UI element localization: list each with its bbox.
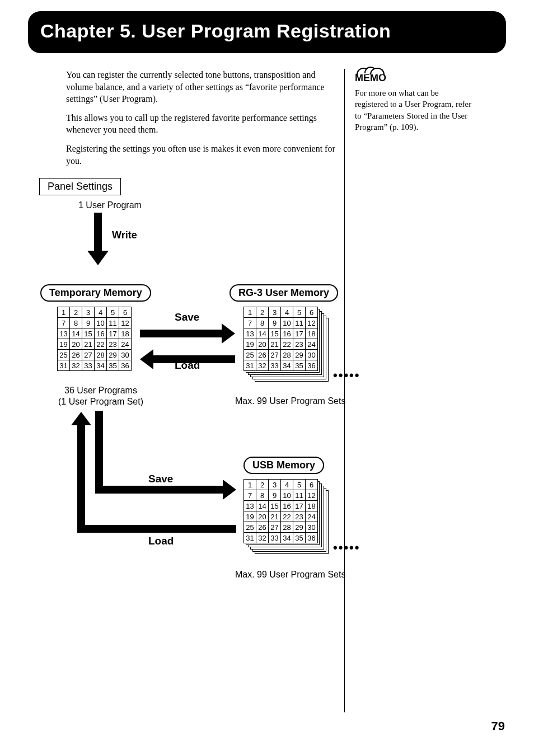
write-label: Write: [112, 229, 137, 241]
grid-table: 123456 789101112 131415161718 1920212223…: [57, 307, 132, 371]
temporary-memory-pill: Temporary Memory: [40, 284, 151, 302]
ellipsis-icon: •••••: [333, 368, 360, 383]
intro-p1: You can register the currently selected …: [66, 69, 339, 105]
chapter-title: Chapter 5. User Program Registration: [40, 20, 494, 42]
ellipsis-icon: •••••: [333, 541, 360, 555]
arrow-down-icon: [90, 213, 106, 263]
load-label-usb: Load: [148, 535, 174, 547]
intro-p3: Registering the settings you often use i…: [66, 143, 339, 167]
temp-memory-grid: 123456 789101112 131415161718 1920212223…: [57, 307, 132, 371]
chapter-title-bar: Chapter 5. User Program Registration: [28, 11, 506, 53]
page-number: 79: [491, 719, 505, 734]
grid-table: 123456 789101112 131415161718 1920212223…: [243, 479, 318, 543]
rg3-memory-grid-stack: 123456 789101112 131415161718 1920212223…: [243, 307, 318, 371]
one-user-program-label: 1 User Program: [78, 200, 142, 210]
usb-caption: Max. 99 User Program Sets: [235, 570, 345, 580]
memo-icon: MEMO: [355, 69, 386, 84]
grid-table: 123456 789101112 131415161718 1920212223…: [243, 307, 318, 371]
usb-memory-grid-stack: 123456 789101112 131415161718 1920212223…: [243, 479, 318, 543]
memory-flow-diagram: Panel Settings 1 User Program Write Temp…: [28, 178, 364, 609]
intro-text: You can register the currently selected …: [66, 69, 339, 167]
rg3-user-memory-pill: RG-3 User Memory: [229, 284, 338, 302]
temp-memory-caption: 36 User Programs (1 User Program Set): [50, 385, 151, 407]
intro-p2: This allows you to call up the registere…: [66, 112, 339, 136]
usb-memory-pill: USB Memory: [243, 457, 324, 474]
memo-text: For more on what can be registered to a …: [355, 87, 473, 133]
save-label-rg3: Save: [175, 311, 199, 323]
panel-settings-box: Panel Settings: [39, 178, 121, 195]
load-label-rg3: Load: [175, 359, 200, 372]
rg3-caption: Max. 99 User Program Sets: [235, 396, 345, 406]
save-label-usb: Save: [148, 473, 173, 485]
